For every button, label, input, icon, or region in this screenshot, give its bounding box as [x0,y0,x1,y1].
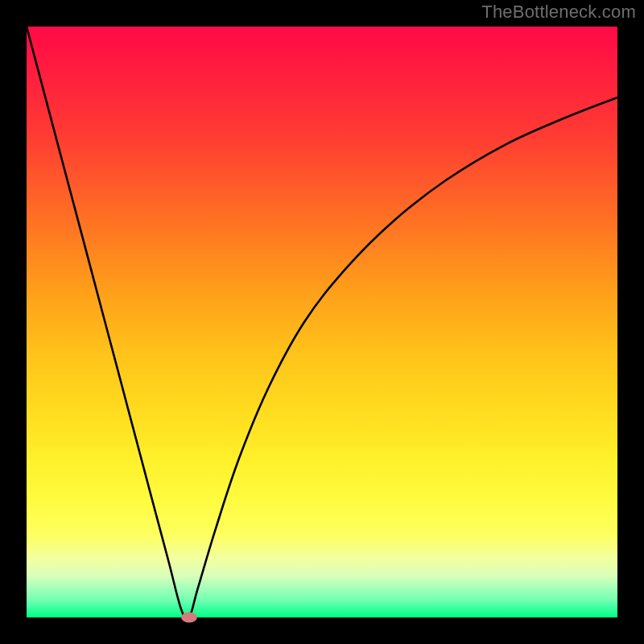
bottleneck-curve [27,27,617,617]
curve-svg [27,27,617,617]
watermark-text: TheBottleneck.com [481,2,636,23]
plot-area [27,27,617,617]
optimum-marker [181,613,197,623]
chart-frame: TheBottleneck.com [0,0,644,644]
